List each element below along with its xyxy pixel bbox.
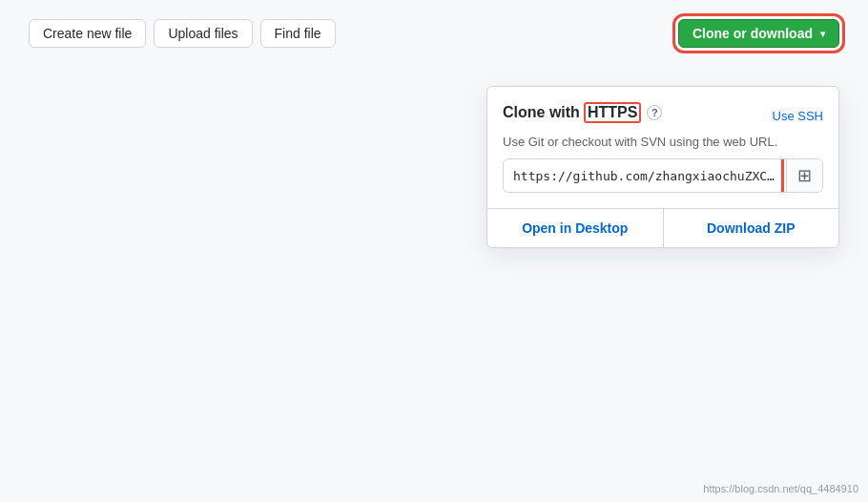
clone-description: Use Git or checkout with SVN using the w…: [503, 135, 823, 149]
find-file-button[interactable]: Find file: [260, 19, 336, 48]
clone-with-label: Clone with: [503, 104, 580, 121]
dropdown-body: Clone with HTTPS ? Use SSH Use Git or ch…: [487, 87, 838, 193]
url-input[interactable]: [504, 163, 786, 189]
https-label: HTTPS: [584, 102, 641, 123]
clone-or-download-button[interactable]: Clone or download ▾: [678, 19, 839, 48]
download-zip-button[interactable]: Download ZIP: [664, 209, 839, 247]
clone-title-row: Clone with HTTPS ? Use SSH: [503, 102, 823, 129]
dropdown-footer: Open in Desktop Download ZIP: [487, 208, 838, 247]
open-in-desktop-button[interactable]: Open in Desktop: [487, 209, 664, 247]
use-ssh-link[interactable]: Use SSH: [773, 109, 823, 123]
toolbar: Create new file Upload files Find file C…: [0, 0, 868, 63]
watermark: https://blog.csdn.net/qq_4484910: [703, 483, 858, 494]
dropdown-arrow-icon: ▾: [820, 29, 825, 39]
upload-files-button[interactable]: Upload files: [154, 19, 252, 48]
copy-button[interactable]: ⊞ 复制: [786, 159, 822, 192]
url-row: ⊞ 复制: [503, 158, 823, 193]
clipboard-icon: ⊞: [797, 165, 812, 186]
help-icon[interactable]: ?: [647, 105, 662, 120]
create-new-file-button[interactable]: Create new file: [29, 19, 146, 48]
clone-title: Clone with HTTPS ?: [503, 102, 662, 123]
clone-dropdown-panel: Clone with HTTPS ? Use SSH Use Git or ch…: [486, 86, 839, 248]
